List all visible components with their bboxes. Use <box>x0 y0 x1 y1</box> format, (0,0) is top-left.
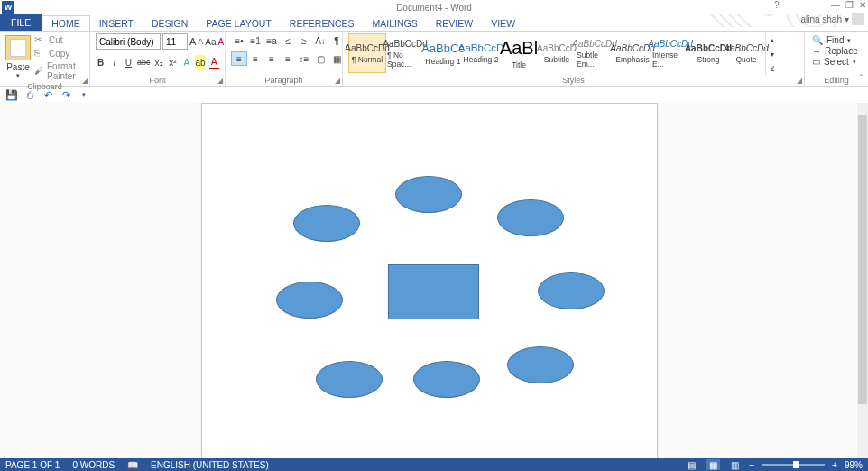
font-dialog-launcher[interactable]: ◢ <box>217 77 223 85</box>
zoom-thumb[interactable] <box>793 461 799 468</box>
collapse-ribbon-button[interactable]: ˆ <box>860 74 863 84</box>
scrollbar-thumb[interactable] <box>858 115 867 404</box>
bullets-button[interactable]: ≡• <box>231 33 247 48</box>
italic-button[interactable]: I <box>109 55 119 69</box>
word-count[interactable]: 0 WORDS <box>72 460 115 470</box>
numbering-button[interactable]: ≡1 <box>247 33 263 48</box>
format-painter-label: Format Painter <box>47 61 82 81</box>
text-effects-button[interactable]: A <box>181 55 191 69</box>
grow-font-button[interactable]: A <box>189 34 196 49</box>
select-button[interactable]: ▭Select▾ <box>810 57 858 67</box>
subscript-button[interactable]: x₂ <box>153 55 163 69</box>
styles-expand[interactable]: ⊻ <box>766 61 778 76</box>
shrink-font-button[interactable]: A <box>198 34 203 49</box>
style-card---normal[interactable]: AaBbCcDd¶ Normal <box>348 33 386 73</box>
shape-ellipse-5[interactable] <box>413 361 480 398</box>
multilevel-button[interactable]: ≡a <box>263 33 280 48</box>
shape-ellipse-4[interactable] <box>507 346 574 383</box>
bold-button[interactable]: B <box>96 55 106 69</box>
ribbon-display-options[interactable]: ⋯ <box>787 0 796 10</box>
font-color-button[interactable]: A <box>209 55 219 69</box>
app-icon: W <box>2 1 14 14</box>
minimize-button[interactable]: — <box>831 0 840 10</box>
align-center-button[interactable]: ≡ <box>247 51 263 66</box>
zoom-out-button[interactable]: − <box>749 460 754 470</box>
paste-button[interactable]: Paste ▾ <box>5 33 31 79</box>
tab-references[interactable]: REFERENCES <box>281 16 364 31</box>
zoom-slider[interactable] <box>762 464 825 466</box>
zoom-in-button[interactable]: + <box>832 460 837 470</box>
increase-indent-button[interactable]: ≥ <box>296 33 312 48</box>
shape-ellipse-8[interactable] <box>293 205 360 242</box>
language-indicator[interactable]: ENGLISH (UNITED STATES) <box>151 460 269 470</box>
tab-page-layout[interactable]: PAGE LAYOUT <box>197 16 281 31</box>
shape-ellipse-7[interactable] <box>276 282 343 319</box>
align-left-button[interactable]: ≡ <box>231 51 247 66</box>
strike-button[interactable]: abc <box>137 55 151 69</box>
style-card-title[interactable]: AaBlTitle <box>500 33 538 73</box>
style-card-quote[interactable]: AaBbCcDdQuote <box>727 33 765 73</box>
style-card-heading-2[interactable]: AaBbCcDHeading 2 <box>462 33 500 73</box>
font-size-input[interactable] <box>162 33 188 50</box>
font-name-input[interactable] <box>96 33 161 50</box>
page-indicator[interactable]: PAGE 1 OF 1 <box>5 460 60 470</box>
styles-row-down[interactable]: ▾ <box>766 48 778 62</box>
copy-button[interactable]: ⎘Copy <box>32 47 84 60</box>
page[interactable] <box>201 103 658 458</box>
style-name: Subtitle <box>544 55 569 64</box>
styles-row-up[interactable]: ▴ <box>766 33 778 48</box>
clipboard-dialog-launcher[interactable]: ◢ <box>82 77 88 85</box>
style-card-emphasis[interactable]: AaBbCcDdEmphasis <box>614 33 651 73</box>
web-layout-button[interactable]: ▥ <box>727 459 742 470</box>
style-card-subtitle[interactable]: AaBbCcDSubtitle <box>538 33 576 73</box>
tab-home[interactable]: HOME <box>42 15 90 31</box>
styles-dialog-launcher[interactable]: ◢ <box>797 77 802 85</box>
tab-file[interactable]: FILE <box>0 14 42 31</box>
vertical-scrollbar[interactable] <box>857 103 868 458</box>
shape-ellipse-6[interactable] <box>316 361 383 398</box>
shape-ellipse-1[interactable] <box>395 176 462 213</box>
user-account[interactable]: alina shah ▾ <box>800 13 864 25</box>
style-card-heading-1[interactable]: AaBbCcHeading 1 <box>424 33 462 73</box>
change-case-button[interactable]: Aa <box>205 34 216 49</box>
underline-button[interactable]: U <box>124 55 134 69</box>
paste-icon <box>5 35 31 60</box>
style-name: Intense E... <box>652 51 688 69</box>
tab-insert[interactable]: INSERT <box>90 16 143 31</box>
help-icon[interactable]: ? <box>774 0 780 10</box>
restore-button[interactable]: ❐ <box>845 0 854 10</box>
close-button[interactable]: ✕ <box>859 0 866 10</box>
superscript-button[interactable]: x² <box>168 55 178 69</box>
line-spacing-button[interactable]: ↕≡ <box>296 51 312 66</box>
read-mode-button[interactable]: ▤ <box>684 459 698 470</box>
tab-view[interactable]: VIEW <box>482 16 524 31</box>
shading-button[interactable]: ▢ <box>312 51 328 66</box>
zoom-level[interactable]: 99% <box>845 460 863 470</box>
paragraph-dialog-launcher[interactable]: ◢ <box>335 77 340 85</box>
tab-mailings[interactable]: MAILINGS <box>364 16 427 31</box>
highlight-button[interactable]: ab <box>195 55 205 69</box>
format-painter-button[interactable]: 🖌Format Painter <box>32 60 84 82</box>
replace-button[interactable]: ↔Replace <box>810 46 860 56</box>
tab-design[interactable]: DESIGN <box>143 16 197 31</box>
print-layout-button[interactable]: ▦ <box>706 459 720 470</box>
replace-label: Replace <box>825 46 858 56</box>
clear-format-button[interactable]: A <box>218 34 225 49</box>
sort-button[interactable]: A↓ <box>312 33 328 48</box>
style-card-intense-e---[interactable]: AaBbCcDdIntense E... <box>651 33 689 73</box>
shape-rectangle[interactable] <box>388 264 479 319</box>
cut-button[interactable]: ✂Cut <box>32 33 84 46</box>
align-right-button[interactable]: ≡ <box>263 51 280 66</box>
style-name: Quote <box>735 55 756 64</box>
shape-ellipse-3[interactable] <box>538 272 605 309</box>
copy-label: Copy <box>49 49 69 59</box>
justify-button[interactable]: ≡ <box>280 51 296 66</box>
style-card---no-spac---[interactable]: AaBbCcDd¶ No Spac... <box>386 33 424 73</box>
style-card-strong[interactable]: AaBbCcDdStrong <box>689 33 727 73</box>
shape-ellipse-2[interactable] <box>497 199 564 236</box>
spell-check-icon[interactable]: 📖 <box>127 460 138 470</box>
find-button[interactable]: 🔍Find▾ <box>810 35 853 45</box>
tab-review[interactable]: REVIEW <box>427 16 482 31</box>
decrease-indent-button[interactable]: ≤ <box>280 33 296 48</box>
style-card-subtle-em---[interactable]: AaBbCcDdSubtle Em... <box>576 33 614 73</box>
